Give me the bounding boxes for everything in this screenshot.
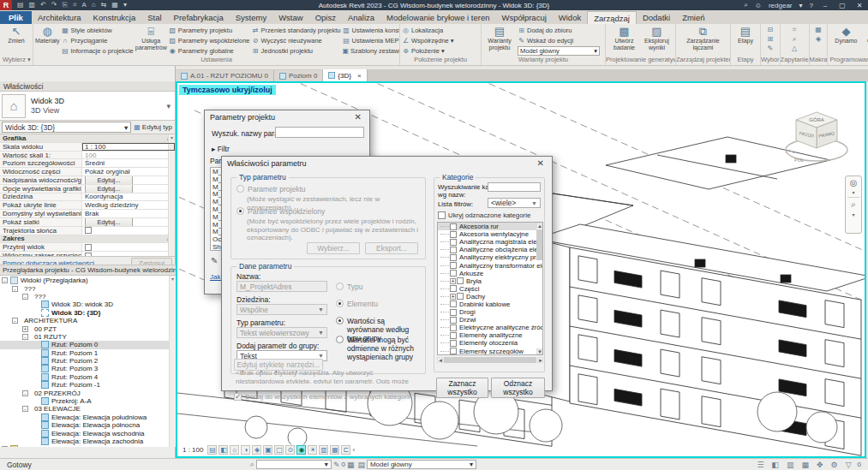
- tree-item[interactable]: Widok 3D: widok 3D: [0, 300, 176, 308]
- signed-in-user[interactable]: redgear: [769, 2, 793, 9]
- crop-view-icon[interactable]: ▣: [263, 445, 272, 455]
- type-radio[interactable]: Typu: [336, 283, 362, 291]
- category-checkbox[interactable]: [450, 247, 457, 253]
- modify-button[interactable]: ↖ Zmień: [2, 25, 31, 45]
- tree-expander-icon[interactable]: [22, 334, 28, 340]
- category-checkbox[interactable]: [457, 277, 464, 284]
- view-3d-icon[interactable]: ⌂: [92, 1, 96, 9]
- tree-item[interactable]: ARCHITEKTURA: [0, 317, 176, 324]
- panel-label-polozenie[interactable]: Położenie projektu: [400, 56, 481, 65]
- detail-level-icon[interactable]: ▤: [207, 445, 217, 455]
- tree-item[interactable]: Rzut: Poziom -1: [0, 381, 176, 389]
- category-row[interactable]: Akcesoria wentylacyjne: [438, 230, 536, 238]
- categories-vscrollbar[interactable]: ▲ ▼: [536, 223, 542, 354]
- measure-icon[interactable]: ⌗: [73, 1, 77, 9]
- snaps-button[interactable]: ∩Przyciąganie: [61, 36, 133, 45]
- category-row[interactable]: Analityczne obciążenia elektryc...: [438, 246, 536, 253]
- ribbon-tab[interactable]: Zmień: [676, 11, 710, 24]
- temporary-view-properties-icon[interactable]: ▥: [319, 445, 328, 455]
- panel-label-inquiry[interactable]: Zapytanie: [781, 56, 809, 65]
- panel-schedule-templates-button[interactable]: ▣Szablony zestawień rozdzielnic ▾: [343, 46, 399, 56]
- category-checkbox[interactable]: [450, 300, 457, 307]
- materials-button[interactable]: ◍ Materiały: [35, 25, 59, 45]
- global-parameters-button[interactable]: ◉Parametry globalne: [169, 46, 250, 56]
- save-icon[interactable]: ▥: [29, 1, 36, 9]
- close-icon[interactable]: ✕: [352, 112, 364, 122]
- editable-only-icon[interactable]: ✎: [333, 461, 340, 469]
- macro-manager-icon[interactable]: ▦: [815, 26, 822, 33]
- mep-settings-button[interactable]: ▤Ustawienia MEP ▾: [343, 36, 399, 45]
- undo-icon[interactable]: ↶: [40, 1, 46, 9]
- tree-item[interactable]: 01 RZUTY: [0, 333, 176, 341]
- element-ids-icon[interactable]: ⌗: [793, 26, 797, 33]
- tree-item[interactable]: Rzut: Poziom 2: [0, 357, 176, 365]
- render-icon[interactable]: ◈: [252, 445, 261, 455]
- property-checkbox[interactable]: [85, 244, 92, 251]
- filter-expander[interactable]: ▸ Filtr: [212, 145, 230, 153]
- active-design-option-dropdown[interactable]: Model główny▾: [518, 46, 600, 56]
- explore-outcomes-button[interactable]: ▨ Eksplorujwyniki: [642, 25, 673, 51]
- category-checkbox[interactable]: [450, 223, 457, 230]
- chevron-down-icon[interactable]: ▾: [852, 189, 854, 195]
- panel-label-wybierz[interactable]: Wybierz ▾: [0, 56, 33, 65]
- category-row[interactable]: Analityczna magistrala elektryc...: [438, 238, 536, 246]
- category-row[interactable]: Elektryczne analityczne źródło za...: [438, 324, 536, 331]
- category-checkbox[interactable]: [450, 340, 457, 347]
- tree-item[interactable]: Elewacja: Elewacja południowa: [0, 413, 176, 421]
- category-row[interactable]: Drzwi: [438, 316, 536, 324]
- phases-button[interactable]: ▤ Etapy: [733, 25, 758, 45]
- user-icon[interactable]: ☺: [755, 2, 762, 9]
- panel-label-visual-programming[interactable]: Programowanie wizualne: [828, 56, 868, 65]
- ribbon-tab[interactable]: Opisz: [309, 11, 342, 24]
- thin-lines-icon[interactable]: ▦: [111, 1, 118, 9]
- options-icon[interactable]: ▤: [357, 461, 365, 469]
- panel-label-warianty[interactable]: Warianty projektu: [482, 56, 605, 65]
- panel-label-ustawienia[interactable]: Ustawienia: [33, 56, 399, 65]
- navigation-wheel-icon[interactable]: ◎: [850, 178, 858, 187]
- category-checkbox[interactable]: [450, 231, 457, 238]
- property-value[interactable]: Pokaż oryginał: [82, 168, 175, 176]
- category-row[interactable]: Elementy analityczne: [438, 331, 536, 339]
- type-selector[interactable]: ⌂ Widok 3D 3D View ▾: [0, 92, 175, 121]
- object-styles-button[interactable]: ▦Style obiektów: [61, 26, 133, 35]
- view-tab[interactable]: A.01 - RZUT POZIOMU 0: [176, 70, 274, 81]
- property-value[interactable]: Brak: [82, 210, 175, 217]
- category-row[interactable]: Drabinki kablowe: [438, 300, 536, 308]
- property-value[interactable]: 1 : 100: [82, 143, 175, 151]
- property-value[interactable]: Edytuj...: [82, 185, 175, 193]
- property-value[interactable]: [82, 252, 175, 256]
- category-row[interactable]: Akcesoria rur: [438, 223, 536, 230]
- instance-radio[interactable]: Elementu: [336, 300, 378, 308]
- tree-expander-icon[interactable]: [22, 406, 28, 412]
- text-icon[interactable]: A: [81, 1, 86, 9]
- panel-label-macros[interactable]: Makra: [810, 56, 828, 65]
- properties-palette-header[interactable]: Właściwości: [0, 81, 175, 92]
- category-row[interactable]: Analityczny elektryczny przełącz...: [438, 253, 536, 261]
- tree-item[interactable]: Elewacja: Elewacja północna: [0, 421, 176, 429]
- open-icon[interactable]: ▤: [17, 1, 24, 9]
- workset-dropdown[interactable]: ▾: [256, 460, 332, 469]
- category-row[interactable]: Części: [438, 285, 536, 293]
- select-by-id-icon[interactable]: ⌕: [793, 35, 796, 43]
- ribbon-tab[interactable]: Widok: [553, 11, 587, 24]
- purge-unused-button[interactable]: ⊘Wyczyść nieużywane: [252, 36, 341, 45]
- transfer-standards-button[interactable]: ⇄Przenieś standardy projektu: [252, 26, 341, 35]
- category-expander-icon[interactable]: [450, 278, 456, 284]
- category-checkbox[interactable]: [450, 332, 457, 339]
- store-icon[interactable]: ▾: [799, 2, 803, 9]
- close-icon[interactable]: ✕: [535, 158, 547, 168]
- tree-item[interactable]: Rzut: Poziom 1: [0, 349, 176, 357]
- element-selector-dropdown[interactable]: Widok 3D: {3D}▾: [2, 122, 131, 133]
- category-checkbox[interactable]: [457, 293, 464, 300]
- shared-parameters-button[interactable]: ▨Parametry współdzielone: [169, 36, 250, 45]
- panel-label-manage[interactable]: Zarządzaj projektem: [676, 56, 730, 65]
- hide-analytical-model-icon[interactable]: ▦: [330, 445, 339, 455]
- category-row[interactable]: Drogi: [438, 308, 536, 316]
- design-option-dropdown[interactable]: Model główny▾: [367, 460, 476, 469]
- coordinates-button[interactable]: ∠Współrzędne ▾: [402, 36, 479, 45]
- dynamo-player-button[interactable]: ≣ OdtwarzaczDynamo: [864, 25, 868, 51]
- category-checkbox[interactable]: [450, 270, 457, 277]
- check-all-button[interactable]: Zaznacz wszystko: [436, 378, 488, 398]
- close-view-icon[interactable]: ×: [357, 72, 362, 80]
- section-icon[interactable]: ⇆: [101, 1, 107, 9]
